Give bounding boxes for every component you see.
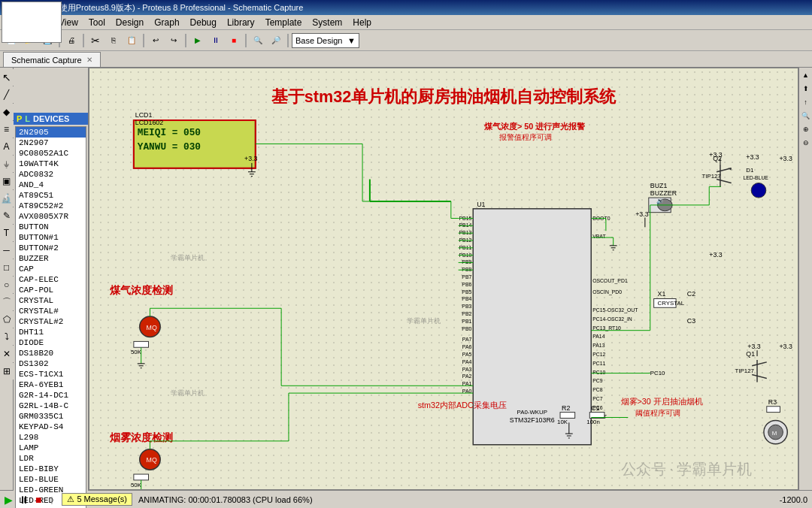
arc-tool[interactable]: ⌒ [0,294,15,310]
menu-template[interactable]: Template [261,17,307,29]
device-item[interactable]: AT89C51 [16,190,86,201]
device-item[interactable]: G2R-14-DC1 [16,390,86,401]
component-tool[interactable]: ▣ [0,173,15,189]
undo-button[interactable]: ↩ [147,32,164,49]
menu-help[interactable]: Help [348,17,376,29]
poly-tool[interactable]: ⬠ [0,311,15,328]
device-item[interactable]: CRYSTAL# [16,306,86,316]
device-item[interactable]: DS1302 [16,358,86,369]
bus-tool[interactable]: ≡ [0,121,15,138]
svg-text:PC14-OSC32_IN: PC14-OSC32_IN [592,316,632,322]
menu-graph[interactable]: Graph [150,17,183,29]
circle-tool[interactable]: ○ [0,277,15,293]
zoom-in-button[interactable]: 🔍 [250,32,266,49]
device-item[interactable]: AT89C52#2 [16,201,86,211]
device-item[interactable]: CAP-POL [16,285,86,295]
svg-text:C1: C1 [591,404,599,412]
svg-text:VBAT: VBAT [592,234,606,239]
svg-text:学霸单片机: 学霸单片机 [407,317,441,325]
play-button[interactable]: ▶ [5,494,13,506]
marker-tool[interactable]: ✎ [0,207,15,224]
box-tool[interactable]: □ [0,259,15,276]
redo-button[interactable]: ↪ [165,32,182,49]
run-button[interactable]: ▶ [189,32,206,49]
separator-4 [185,34,186,47]
device-item[interactable]: DIODE [16,337,86,348]
paste-button[interactable]: 📋 [123,32,140,49]
tab-close-button[interactable]: ✕ [86,56,92,64]
device-item[interactable]: 10WATT4K [16,159,86,169]
line-tool[interactable]: ─ [0,242,15,259]
label-tool[interactable]: A [0,138,15,155]
device-item[interactable]: AVX0805X7R [16,211,86,222]
device-item[interactable]: AND_4 [16,180,86,190]
device-item[interactable]: G2RL-14B-C [16,401,86,411]
device-item[interactable]: ADC0832 [16,169,86,180]
rt-btn-3[interactable]: ↑ [800,96,812,108]
cut-button[interactable]: ✂ [87,32,104,49]
device-item[interactable]: CAP [16,264,86,274]
svg-text:LED-BLUE: LED-BLUE [743,175,768,180]
rt-btn-5[interactable]: ⊕ [800,123,812,135]
device-item[interactable]: 9C08052A1C [16,148,86,159]
device-item[interactable]: CRYSTAL#2 [16,316,86,327]
device-item[interactable]: ECS-T1CX1 [16,369,86,379]
zoom-area-tool[interactable]: ⊞ [0,363,15,379]
menu-debug[interactable]: Debug [186,17,221,29]
device-list[interactable]: 2N29052N29079C08052A1C10WATT4KADC0832AND… [15,126,86,508]
wire-tool[interactable]: ╱ [0,86,15,103]
device-item[interactable]: LED-BIBY [16,464,86,474]
rt-btn-1[interactable]: ▲ [800,69,812,81]
separator-2 [83,34,84,47]
sidebar: P L DEVICES 2N29052N29079C08052A1C10WATT… [14,68,89,490]
device-item[interactable]: 2N2905 [16,127,86,138]
junction-tool[interactable]: ◆ [0,104,15,120]
device-item[interactable]: LDR [16,453,86,464]
animation-status: ANIMATING: 00:00:01.780083 (CPU load 66%… [138,495,313,504]
canvas-area[interactable]: 基于stm32单片机的厨房抽油烟机自动控制系统 MEIQI = 050 YANW… [89,68,798,490]
svg-text:PA5: PA5 [462,352,472,357]
zoom-out-button[interactable]: 🔎 [268,32,284,49]
device-item[interactable]: BUTTON#2 [16,243,86,253]
device-item[interactable]: DS18B20 [16,348,86,358]
menu-system[interactable]: System [308,17,347,29]
stop-button[interactable]: ■ [35,494,41,506]
tab-schematic[interactable]: Schematic Capture ✕ [3,52,101,67]
rt-btn-6[interactable]: ⊖ [800,137,812,149]
device-item[interactable]: BUTTON [16,222,86,232]
device-item[interactable]: BUTTON#1 [16,232,86,243]
rt-btn-4[interactable]: 🔍 [800,110,812,122]
device-item[interactable]: LED-BLUE [16,474,86,485]
svg-text:PB12: PB12 [459,237,472,243]
design-dropdown[interactable]: Base Design ▼ [292,33,359,48]
device-item[interactable]: GRM0335C1 [16,411,86,422]
pause-button[interactable]: ⏸ [19,494,29,506]
text-tool[interactable]: T [0,225,15,241]
device-item[interactable]: 2N2907 [16,138,86,148]
device-item[interactable]: ERA-6YEB1 [16,379,86,390]
svg-text:基于stm32单片机的厨房抽油烟机自动控制系统: 基于stm32单片机的厨房抽油烟机自动控制系统 [271,87,617,106]
device-item[interactable]: CAP-ELEC [16,274,86,285]
rt-btn-2[interactable]: ⬆ [800,83,812,95]
device-item[interactable]: BUZZER [16,253,86,264]
select-tool[interactable]: ↖ [0,69,15,86]
menu-library[interactable]: Library [223,17,259,29]
device-item[interactable]: DHT11 [16,327,86,337]
device-item[interactable]: KEYPAD-S4 [16,422,86,432]
no-connect-tool[interactable]: ✕ [0,346,15,362]
menu-design[interactable]: Design [111,17,148,29]
print-button[interactable]: 🖨 [63,32,80,49]
svg-text:TIP127: TIP127 [701,173,720,180]
probe-tool[interactable]: 🔬 [0,190,15,207]
bus-entry-tool[interactable]: ⤵ [0,328,15,345]
menu-tool[interactable]: Tool [84,17,110,29]
copy-button[interactable]: ⎘ [105,32,122,49]
svg-text:BUZZER: BUZZER [650,189,677,197]
device-item[interactable]: L298 [16,432,86,443]
device-item[interactable]: CRYSTAL [16,295,86,306]
stop-button[interactable]: ■ [226,32,242,49]
device-item[interactable]: LAMP [16,443,86,453]
svg-text:OSCIN_PD0: OSCIN_PD0 [592,289,622,295]
power-tool[interactable]: ⏚ [0,156,15,172]
step-button[interactable]: ⏸ [208,32,224,49]
